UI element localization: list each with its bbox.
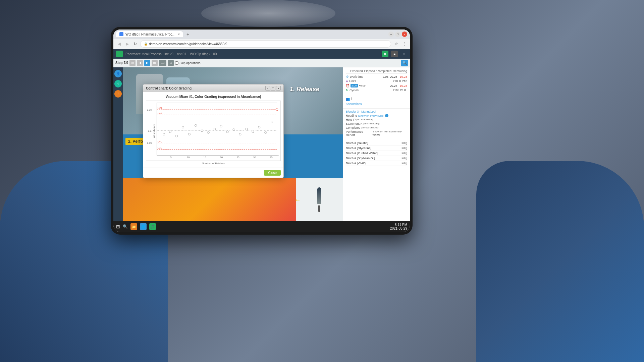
ingredient-val-3: sdfg bbox=[401, 157, 407, 160]
main-layout: 👤 ℹ ! 1. Release bbox=[113, 67, 410, 222]
new-tab-button[interactable]: + bbox=[184, 31, 191, 38]
ingredient-label-0: Batch # [Gelatin] bbox=[346, 141, 368, 145]
svg-point-26 bbox=[201, 130, 203, 132]
svg-point-22 bbox=[175, 135, 177, 137]
tab-close-icon[interactable]: × bbox=[178, 33, 180, 36]
sidebar-btn-info[interactable]: ℹ bbox=[114, 80, 122, 87]
hand-right bbox=[476, 161, 644, 362]
cycles-expected: 210 UC bbox=[392, 88, 403, 92]
taskbar-icon-files[interactable]: 📁 bbox=[130, 223, 137, 230]
completed-link[interactable]: Completed bbox=[346, 126, 361, 129]
control-chart-dialog: Control chart: Color Grading − □ × Vacuu… bbox=[143, 84, 284, 178]
cycle-time-elapsed: 20.28 bbox=[390, 84, 397, 87]
blender-manual-link[interactable]: Blender 3h Manual.pdf bbox=[346, 110, 407, 113]
help-sub: [Open manually] bbox=[353, 118, 373, 121]
reading-link[interactable]: Reading bbox=[346, 114, 357, 117]
ingredient-label-4: Batch # [Vit-03] bbox=[346, 162, 366, 165]
perf-report-link[interactable]: Performance Report bbox=[346, 130, 371, 137]
svg-text:35: 35 bbox=[270, 156, 272, 159]
chart-title: Vacuum Mixer #1, Color Grading (expresse… bbox=[146, 95, 281, 99]
work-time-row: ⏱ Work time 2.05 20.28 -10.23 bbox=[346, 75, 407, 78]
svg-text:1.05: 1.05 bbox=[147, 141, 152, 144]
svg-point-30 bbox=[226, 131, 228, 133]
prev-step-button[interactable]: ◀ bbox=[137, 60, 143, 66]
svg-text:LCL: LCL bbox=[158, 146, 162, 149]
persons-count: 1 bbox=[351, 97, 353, 101]
ingredient-val-4: sdfg bbox=[401, 162, 407, 165]
dialog-title: Control chart: Color Grading bbox=[146, 86, 265, 90]
cycles-icon: ↻ bbox=[346, 88, 348, 92]
taskbar-icon-music[interactable]: 🎵 bbox=[149, 223, 156, 230]
help-link[interactable]: Help bbox=[346, 118, 352, 121]
statement-link[interactable]: Statement bbox=[346, 122, 360, 125]
skip-ops: Skip operations bbox=[175, 61, 200, 65]
browser-tab[interactable]: WO dfsg | Pharmaceutical Proce... × bbox=[116, 31, 183, 37]
ingredient-val-2: sdfg bbox=[401, 152, 407, 155]
maximize-button[interactable]: □ bbox=[395, 32, 400, 37]
refresh-button[interactable]: ↻ bbox=[132, 41, 138, 47]
address-text: demo-en.vtscentralcom/en/guidebooks/view… bbox=[149, 42, 227, 46]
svg-point-25 bbox=[195, 124, 197, 126]
bookmark-button[interactable]: ☆ bbox=[393, 41, 399, 47]
svg-text:LWL: LWL bbox=[158, 140, 162, 143]
work-time-elapsed: 20.28 bbox=[390, 75, 397, 78]
chart-container: Absorbance bbox=[146, 101, 281, 161]
start-button[interactable]: ⊞ bbox=[116, 224, 120, 229]
address-bar[interactable]: 🔒 demo-en.vtscentralcom/en/guidebooks/vi… bbox=[140, 40, 391, 48]
svg-point-27 bbox=[207, 131, 209, 133]
breadcrumb: Pharmaceutical Process Line v9 · rev 01 … bbox=[125, 52, 217, 56]
lock-icon: 🔒 bbox=[144, 42, 148, 46]
more-button[interactable]: ⋮ bbox=[401, 41, 407, 47]
search-button[interactable]: 🔍 bbox=[401, 60, 408, 66]
cycles-row: ↻ Cycles 210 UC 0 bbox=[346, 88, 407, 92]
svg-text:25: 25 bbox=[236, 156, 239, 159]
browser-controls: ◀ ▶ ↻ 🔒 demo-en.vtscentralcom/en/guidebo… bbox=[113, 39, 410, 49]
skip-ops-checkbox[interactable] bbox=[175, 61, 178, 65]
next-step-button[interactable]: ▶ bbox=[144, 60, 150, 66]
svg-rect-0 bbox=[157, 103, 277, 155]
col-remaining: Remaining bbox=[393, 69, 407, 73]
svg-text:30: 30 bbox=[253, 156, 256, 159]
extra-button-1[interactable]: □□ bbox=[159, 60, 166, 66]
ingredient-row-0: Batch # [Gelatin] sdfg bbox=[346, 141, 407, 146]
browser-title-bar: WO dfsg | Pharmaceutical Proce... × + − … bbox=[113, 29, 410, 39]
completed-sub: [Show on stop] bbox=[362, 126, 379, 129]
dialog-close-btn[interactable]: Close bbox=[264, 170, 281, 176]
annotations-link[interactable]: Annotations bbox=[346, 102, 407, 106]
last-step-button[interactable]: ⏭ bbox=[152, 60, 158, 66]
taskbar-icon-browser[interactable]: 🌐 bbox=[140, 223, 147, 230]
tablet-screen: WO dfsg | Pharmaceutical Proce... × + − … bbox=[113, 29, 410, 232]
svg-point-20 bbox=[163, 133, 165, 135]
close-button[interactable]: × bbox=[402, 32, 407, 37]
step-label: Step 7/9 bbox=[115, 61, 128, 65]
ingredient-row-2: Batch # [Purified Water] sdfg bbox=[346, 151, 407, 156]
dialog-minimize-button[interactable]: − bbox=[265, 86, 270, 90]
menu-button[interactable]: ≡ bbox=[400, 51, 407, 57]
breadcrumb-rev: rev 01 bbox=[177, 52, 186, 56]
x-axis-label: Number of Batches bbox=[146, 162, 281, 165]
units-row: ◈ Units 210 0 210 bbox=[346, 79, 407, 83]
ingredient-label-2: Batch # [Purified Water] bbox=[346, 152, 378, 155]
svg-point-34 bbox=[252, 131, 254, 133]
search-taskbar-icon[interactable]: 🔍 bbox=[123, 224, 128, 229]
units-elapsed: 0 bbox=[399, 79, 401, 83]
first-step-button[interactable]: ⏮ bbox=[129, 60, 136, 66]
back-button[interactable]: ◀ bbox=[116, 41, 122, 47]
svg-point-31 bbox=[233, 129, 235, 131]
minimize-button[interactable]: − bbox=[388, 32, 394, 37]
stop-button[interactable]: ■ bbox=[391, 51, 398, 57]
dialog-footer: Close bbox=[143, 168, 283, 178]
dialog-maximize-button[interactable]: □ bbox=[271, 86, 275, 90]
dialog-close-button[interactable]: × bbox=[276, 86, 281, 90]
svg-text:10: 10 bbox=[187, 156, 190, 159]
dialog-body: Vacuum Mixer #1, Color Grading (expresse… bbox=[143, 92, 283, 168]
extra-button-2[interactable]: □ bbox=[168, 60, 174, 66]
units-expected: 210 bbox=[393, 79, 398, 83]
sidebar-btn-warning[interactable]: ! bbox=[114, 90, 122, 98]
taskbar-icons: 📁 🌐 🎵 bbox=[130, 223, 156, 230]
pause-button[interactable]: ⏸ bbox=[382, 51, 388, 57]
tablet-frame: WO dfsg | Pharmaceutical Proce... × + − … bbox=[111, 27, 413, 235]
reading-badge: i bbox=[385, 114, 388, 117]
sidebar-btn-profile[interactable]: 👤 bbox=[114, 70, 122, 77]
forward-button[interactable]: ▶ bbox=[124, 41, 130, 47]
